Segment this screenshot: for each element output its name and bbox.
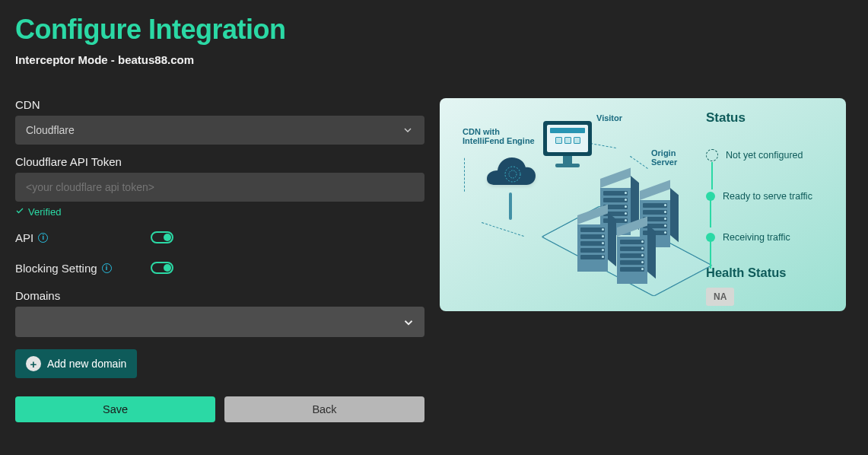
cdn-select[interactable]: Cloudflare	[15, 116, 424, 145]
connector-line	[482, 222, 523, 237]
connector-line	[590, 143, 616, 148]
check-icon	[15, 206, 24, 218]
status-card: Visitor CDN with IntelliFend Engine Orig…	[440, 98, 846, 311]
cdn-label: CDN	[15, 98, 424, 111]
page-title: Configure Integration	[15, 14, 853, 46]
add-domain-button[interactable]: + Add new domain	[15, 349, 137, 378]
domains-label: Domains	[15, 289, 424, 302]
status-heading: Status	[706, 110, 831, 126]
status-step: Receiving traffic	[706, 217, 831, 258]
chevron-down-icon	[402, 124, 414, 136]
step-node-icon	[706, 149, 718, 161]
monitor-icon	[543, 121, 592, 167]
step-node-icon	[706, 233, 715, 242]
servers-icon	[570, 183, 692, 298]
plus-circle-icon: +	[26, 356, 41, 371]
blocking-toggle[interactable]	[151, 262, 173, 274]
status-step: Not yet configured	[706, 135, 831, 176]
origin-label: Origin Server	[651, 148, 703, 167]
verified-text: Verified	[28, 206, 61, 218]
cloud-icon	[482, 158, 539, 197]
form-column: CDN Cloudflare Cloudflare API Token Veri…	[15, 98, 424, 422]
status-step: Ready to serve traffic	[706, 176, 831, 217]
health-status-heading: Health Status	[706, 266, 831, 280]
visitor-label: Visitor	[596, 113, 622, 123]
cdn-diagram-label: CDN with IntelliFend Engine	[463, 127, 539, 145]
info-icon[interactable]: i	[102, 263, 112, 273]
connector-line	[630, 156, 648, 169]
api-toggle[interactable]	[151, 231, 173, 243]
status-step-text: Receiving traffic	[723, 232, 790, 243]
cdn-value: Cloudflare	[26, 124, 75, 136]
page-subtitle: Interceptor Mode - beatus88.com	[15, 53, 853, 66]
verified-badge: Verified	[15, 206, 424, 218]
back-button[interactable]: Back	[224, 396, 424, 422]
api-toggle-label: API	[15, 231, 33, 244]
status-step-text: Ready to serve traffic	[723, 191, 812, 202]
integration-diagram: Visitor CDN with IntelliFend Engine Orig…	[452, 110, 703, 299]
api-token-input[interactable]	[15, 173, 424, 202]
domains-select[interactable]	[15, 307, 424, 337]
blocking-toggle-label: Blocking Setting	[15, 262, 97, 275]
chevron-down-icon	[402, 316, 414, 328]
info-icon[interactable]: i	[38, 233, 48, 243]
status-step-text: Not yet configured	[726, 150, 803, 161]
save-button[interactable]: Save	[15, 396, 215, 422]
health-status-badge: NA	[706, 288, 734, 306]
add-domain-label: Add new domain	[47, 358, 126, 370]
api-token-label: Cloudflare API Token	[15, 155, 424, 168]
step-node-icon	[706, 192, 715, 201]
